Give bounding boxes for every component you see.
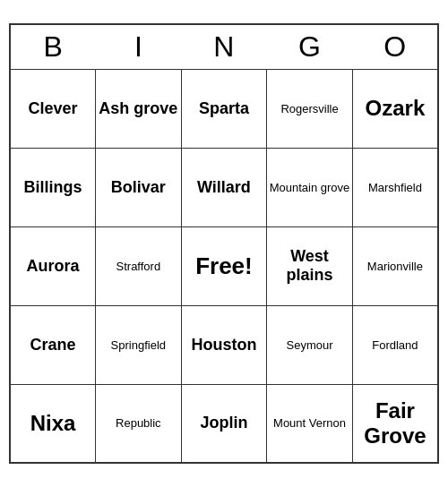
header-g: G: [267, 24, 353, 69]
table-cell: Free!: [181, 226, 267, 305]
header-row: B I N G O: [10, 24, 438, 69]
table-cell: Ozark: [352, 69, 438, 148]
table-cell: Rogersville: [267, 69, 353, 148]
header-o: O: [352, 24, 438, 69]
table-cell: Joplin: [181, 384, 267, 463]
table-row: AuroraStraffordFree!West plainsMarionvil…: [10, 226, 438, 305]
table-cell: Fordland: [352, 305, 438, 384]
table-cell: Springfield: [96, 305, 182, 384]
header-i: I: [96, 24, 182, 69]
table-row: BillingsBolivarWillardMountain groveMars…: [10, 148, 438, 226]
bingo-body: CleverAsh groveSpartaRogersvilleOzarkBil…: [10, 69, 438, 463]
table-row: CleverAsh groveSpartaRogersvilleOzark: [10, 69, 438, 148]
table-row: NixaRepublicJoplinMount VernonFair Grove: [10, 384, 438, 463]
table-cell: Bolivar: [96, 148, 182, 226]
table-cell: Strafford: [96, 226, 182, 305]
table-row: CraneSpringfieldHoustonSeymourFordland: [10, 305, 438, 384]
table-cell: Fair Grove: [352, 384, 438, 463]
table-cell: Nixa: [10, 384, 96, 463]
table-cell: Marionville: [352, 226, 438, 305]
table-cell: Houston: [181, 305, 267, 384]
table-cell: Mountain grove: [267, 148, 353, 226]
header-n: N: [181, 24, 267, 69]
table-cell: Crane: [10, 305, 96, 384]
table-cell: Billings: [10, 148, 96, 226]
table-cell: Mount Vernon: [267, 384, 353, 463]
table-cell: Sparta: [181, 69, 267, 148]
table-cell: Republic: [96, 384, 182, 463]
table-cell: Seymour: [267, 305, 353, 384]
bingo-card: B I N G O CleverAsh groveSpartaRogersvil…: [9, 23, 439, 464]
table-cell: Marshfield: [352, 148, 438, 226]
header-b: B: [10, 24, 96, 69]
table-cell: West plains: [267, 226, 353, 305]
table-cell: Clever: [10, 69, 96, 148]
table-cell: Willard: [181, 148, 267, 226]
table-cell: Aurora: [10, 226, 96, 305]
table-cell: Ash grove: [96, 69, 182, 148]
